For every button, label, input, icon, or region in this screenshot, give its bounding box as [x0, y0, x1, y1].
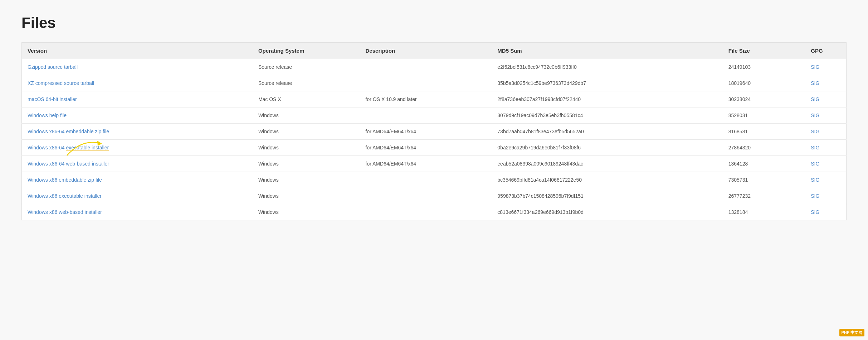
description-cell: [360, 204, 492, 220]
sig-link[interactable]: SIG: [811, 80, 819, 86]
os-cell: Mac OS X: [253, 91, 360, 107]
gpg-cell[interactable]: SIG: [805, 75, 846, 91]
file-link[interactable]: Gzipped source tarball: [28, 64, 78, 70]
table-row: Windows x86 web-based installerWindowsc8…: [22, 204, 847, 220]
header-version: Version: [22, 43, 253, 59]
sig-link[interactable]: SIG: [811, 64, 819, 70]
os-cell: Source release: [253, 75, 360, 91]
description-cell: for AMD64/EM64T/x64: [360, 124, 492, 140]
description-cell: for AMD64/EM64T/x64: [360, 156, 492, 172]
sig-link[interactable]: SIG: [811, 209, 819, 215]
table-header-row: Version Operating System Description MD5…: [22, 43, 847, 59]
table-row: XZ compressed source tarballSource relea…: [22, 75, 847, 91]
gpg-cell[interactable]: SIG: [805, 204, 846, 220]
files-table: Version Operating System Description MD5…: [21, 42, 847, 220]
table-row: Windows x86 embeddable zip fileWindowsbc…: [22, 172, 847, 188]
description-cell: for OS X 10.9 and later: [360, 91, 492, 107]
description-cell: [360, 172, 492, 188]
gpg-cell[interactable]: SIG: [805, 124, 846, 140]
sig-link[interactable]: SIG: [811, 193, 819, 199]
header-md5: MD5 Sum: [492, 43, 722, 59]
sig-link[interactable]: SIG: [811, 129, 819, 134]
page-title: Files: [21, 14, 847, 32]
gpg-cell[interactable]: SIG: [805, 172, 846, 188]
gpg-cell[interactable]: SIG: [805, 188, 846, 204]
description-cell: [360, 188, 492, 204]
gpg-cell[interactable]: SIG: [805, 91, 846, 107]
md5-cell: bc354669bffd81a4ca14f06817222e50: [492, 172, 722, 188]
table-row: Windows help fileWindows3079d9cf19ac09d7…: [22, 107, 847, 124]
description-cell: [360, 59, 492, 75]
md5-cell: 3079d9cf19ac09d7b3e5eb3fb05581c4: [492, 107, 722, 124]
sig-link[interactable]: SIG: [811, 145, 819, 150]
header-filesize: File Size: [723, 43, 805, 59]
table-row: Windows x86-64 web-based installerWindow…: [22, 156, 847, 172]
sig-link[interactable]: SIG: [811, 112, 819, 118]
filesize-cell: 1364128: [723, 156, 805, 172]
filesize-cell: 18019640: [723, 75, 805, 91]
header-os: Operating System: [253, 43, 360, 59]
gpg-cell[interactable]: SIG: [805, 156, 846, 172]
file-link[interactable]: Windows x86-64 executable installer: [28, 145, 109, 151]
os-cell: Windows: [253, 140, 360, 156]
filesize-cell: 8528031: [723, 107, 805, 124]
file-link[interactable]: Windows x86 embeddable zip file: [28, 177, 102, 183]
os-cell: Windows: [253, 156, 360, 172]
filesize-cell: 27864320: [723, 140, 805, 156]
os-cell: Windows: [253, 188, 360, 204]
description-cell: [360, 107, 492, 124]
md5-cell: e2f52bcf531c8cc94732c0b6ff933ff0: [492, 59, 722, 75]
file-link[interactable]: Windows x86-64 embeddable zip file: [28, 129, 109, 134]
table-row: Windows x86-64 embeddable zip fileWindow…: [22, 124, 847, 140]
md5-cell: eeab52a08398a009c90189248ff43dac: [492, 156, 722, 172]
header-description: Description: [360, 43, 492, 59]
table-row: Windows x86-64 executable installerWindo…: [22, 140, 847, 156]
table-row: macOS 64-bit installerMac OS Xfor OS X 1…: [22, 91, 847, 107]
filesize-cell: 7305731: [723, 172, 805, 188]
sig-link[interactable]: SIG: [811, 96, 819, 102]
gpg-cell[interactable]: SIG: [805, 140, 846, 156]
os-cell: Windows: [253, 107, 360, 124]
description-cell: for AMD64/EM64T/x64: [360, 140, 492, 156]
sig-link[interactable]: SIG: [811, 161, 819, 167]
header-gpg: GPG: [805, 43, 846, 59]
md5-cell: 959873b37b74c1508428596b7f9df151: [492, 188, 722, 204]
filesize-cell: 1328184: [723, 204, 805, 220]
file-link[interactable]: Windows help file: [28, 112, 67, 118]
os-cell: Windows: [253, 172, 360, 188]
md5-cell: 73bd7aab047b81f83e473efb5d5652a0: [492, 124, 722, 140]
file-link[interactable]: XZ compressed source tarball: [28, 80, 94, 86]
md5-cell: 2f8a736eeb307a27f1998cfd07f22440: [492, 91, 722, 107]
gpg-cell[interactable]: SIG: [805, 107, 846, 124]
md5-cell: 35b5a3d0254c1c59be9736373d429db7: [492, 75, 722, 91]
file-link[interactable]: Windows x86 web-based installer: [28, 209, 102, 215]
gpg-cell[interactable]: SIG: [805, 59, 846, 75]
description-cell: [360, 75, 492, 91]
filesize-cell: 8168581: [723, 124, 805, 140]
file-link[interactable]: macOS 64-bit installer: [28, 96, 77, 102]
filesize-cell: 24149103: [723, 59, 805, 75]
os-cell: Source release: [253, 59, 360, 75]
sig-link[interactable]: SIG: [811, 177, 819, 183]
os-cell: Windows: [253, 204, 360, 220]
table-row: Gzipped source tarballSource releasee2f5…: [22, 59, 847, 75]
file-link[interactable]: Windows x86-64 web-based installer: [28, 161, 109, 167]
os-cell: Windows: [253, 124, 360, 140]
md5-cell: c813e6671f334a269e669d913b1f9b0d: [492, 204, 722, 220]
filesize-cell: 26777232: [723, 188, 805, 204]
md5-cell: 0ba2e9ca29b719da6e0b81f7f33f08f6: [492, 140, 722, 156]
table-row: Windows x86 executable installerWindows9…: [22, 188, 847, 204]
filesize-cell: 30238024: [723, 91, 805, 107]
file-link[interactable]: Windows x86 executable installer: [28, 193, 102, 199]
